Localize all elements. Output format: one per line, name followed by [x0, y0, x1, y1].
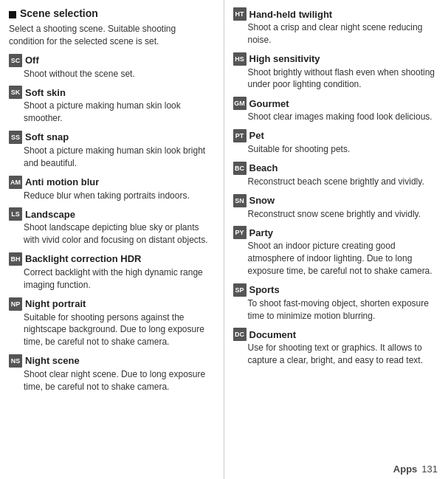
- icon-dc: DC: [233, 328, 247, 341]
- scene-item: SCOffShoot without the scene set.: [9, 54, 213, 80]
- scene-selection-section: Scene selection Select a shooting scene.…: [9, 7, 213, 48]
- scene-item: PYPartyShoot an indoor picture creating …: [233, 226, 438, 277]
- icon-sc: SC: [9, 54, 22, 67]
- icon-sk: SK: [9, 86, 22, 99]
- right-column: HTHand-held twilightShoot a crisp and cl…: [224, 0, 449, 479]
- item-title-text: Beach: [249, 162, 278, 173]
- icon-am: AM: [9, 176, 22, 189]
- icon-bh: BH: [9, 252, 22, 266]
- item-title-text: Landscape: [25, 209, 75, 220]
- item-description: Shoot clear night scene. Due to long exp…: [9, 368, 213, 393]
- item-title-text: Soft skin: [25, 87, 66, 98]
- icon-pt: PT: [233, 129, 247, 142]
- section-description: Select a shooting scene. Suitable shooti…: [9, 23, 213, 48]
- item-description: Reconstruct beach scene brightly and viv…: [233, 176, 438, 188]
- icon-sp: SP: [233, 283, 247, 297]
- icon-ht: HT: [233, 7, 247, 21]
- item-title-text: Off: [25, 55, 39, 66]
- scene-item: SSSoft snapShoot a picture making human …: [9, 131, 213, 170]
- icon-py: PY: [233, 226, 247, 239]
- item-title-row: SKSoft skin: [9, 86, 213, 99]
- scene-item: SPSportsTo shoot fast-moving object, sho…: [233, 283, 438, 323]
- item-title-row: SCOff: [9, 54, 213, 67]
- item-title-row: NPNight portrait: [9, 297, 213, 311]
- item-title-text: Hand-held twilight: [249, 9, 333, 20]
- icon-ls: LS: [9, 207, 22, 221]
- icon-hs: HS: [233, 52, 247, 66]
- item-description: To shoot fast-moving object, shorten exp…: [233, 297, 438, 323]
- item-title-text: Sports: [249, 284, 280, 295]
- icon-gm: GM: [233, 97, 247, 110]
- item-description: Use for shooting text or graphics. It al…: [233, 342, 438, 367]
- icon-np: NP: [9, 297, 22, 311]
- item-description: Suitable for shooting persons against th…: [9, 311, 213, 348]
- item-description: Shoot clear images making food look deli…: [233, 111, 438, 123]
- section-header: Scene selection: [9, 7, 213, 21]
- scene-item: GMGourmetShoot clear images making food …: [233, 97, 438, 123]
- item-title-text: High sensitivity: [249, 53, 320, 64]
- item-description: Reconstruct snow scene brightly and vivi…: [233, 208, 438, 221]
- item-description: Shoot without the scene set.: [9, 68, 213, 80]
- footer-page-number: 131: [421, 464, 438, 475]
- item-description: Shoot a picture making human skin look b…: [9, 145, 213, 170]
- item-description: Reduce blur when taking portraits indoor…: [9, 190, 213, 202]
- item-title-text: Snow: [249, 195, 275, 206]
- left-column: Scene selection Select a shooting scene.…: [0, 0, 224, 479]
- scene-item: HSHigh sensitivityShoot brightly without…: [233, 52, 438, 92]
- footer: Apps 131: [393, 464, 438, 475]
- scene-item: PTPetSuitable for shooting pets.: [233, 129, 438, 156]
- scene-item: HTHand-held twilightShoot a crisp and cl…: [233, 7, 438, 46]
- item-title-text: Backlight correction HDR: [25, 253, 141, 264]
- item-title-text: Document: [249, 329, 297, 340]
- item-title-row: AMAnti motion blur: [9, 176, 213, 189]
- item-description: Shoot brightly without flash even when s…: [233, 66, 438, 92]
- scene-item: BHBacklight correction HDRCorrect backli…: [9, 252, 213, 292]
- page: Scene selection Select a shooting scene.…: [0, 0, 448, 479]
- item-title-row: SSSoft snap: [9, 131, 213, 144]
- item-title-row: GMGourmet: [233, 97, 438, 110]
- scene-item: BCBeachReconstruct beach scene brightly …: [233, 162, 438, 188]
- item-title-row: BHBacklight correction HDR: [9, 252, 213, 266]
- item-title-text: Pet: [249, 130, 264, 141]
- item-description: Shoot a crisp and clear night scene redu…: [233, 21, 438, 46]
- item-description: Shoot landscape depicting blue sky or pl…: [9, 221, 213, 247]
- item-title-row: SPSports: [233, 283, 438, 297]
- scene-item: DCDocumentUse for shooting text or graph…: [233, 328, 438, 367]
- item-title-row: HSHigh sensitivity: [233, 52, 438, 66]
- section-bullet: [9, 11, 16, 18]
- item-title-text: Night scene: [25, 355, 80, 366]
- item-title-row: BCBeach: [233, 162, 438, 175]
- scene-item: LSLandscapeShoot landscape depicting blu…: [9, 207, 213, 247]
- item-title-row: LSLandscape: [9, 207, 213, 221]
- item-title-row: HTHand-held twilight: [233, 7, 438, 21]
- item-title-row: NSNight scene: [9, 354, 213, 368]
- icon-bc: BC: [233, 162, 247, 175]
- item-title-text: Soft snap: [25, 131, 69, 142]
- item-title-text: Night portrait: [25, 298, 86, 309]
- item-description: Suitable for shooting pets.: [233, 143, 438, 156]
- scene-item: SNSnowReconstruct snow scene brightly an…: [233, 194, 438, 221]
- item-title-row: PYParty: [233, 226, 438, 239]
- icon-ns: NS: [9, 354, 22, 368]
- item-title-row: PTPet: [233, 129, 438, 142]
- item-title-text: Anti motion blur: [25, 176, 99, 187]
- item-description: Correct backlight with the high dynamic …: [9, 266, 213, 292]
- item-description: Shoot an indoor picture creating good at…: [233, 240, 438, 277]
- icon-sn: SN: [233, 194, 247, 207]
- scene-item: SKSoft skinShoot a picture making human …: [9, 86, 213, 125]
- item-title-text: Party: [249, 227, 274, 238]
- scene-item: AMAnti motion blurReduce blur when takin…: [9, 176, 213, 202]
- section-title: Scene selection: [20, 7, 98, 19]
- scene-item: NSNight sceneShoot clear night scene. Du…: [9, 354, 213, 393]
- item-title-row: SNSnow: [233, 194, 438, 207]
- icon-ss: SS: [9, 131, 22, 144]
- scene-item: NPNight portraitSuitable for shooting pe…: [9, 297, 213, 348]
- left-items-container: SCOffShoot without the scene set.SKSoft …: [9, 54, 213, 393]
- item-title-text: Gourmet: [249, 98, 289, 109]
- item-title-row: DCDocument: [233, 328, 438, 341]
- right-items-container: HTHand-held twilightShoot a crisp and cl…: [233, 7, 438, 367]
- footer-apps-label: Apps: [393, 464, 418, 475]
- item-description: Shoot a picture making human skin look s…: [9, 100, 213, 125]
